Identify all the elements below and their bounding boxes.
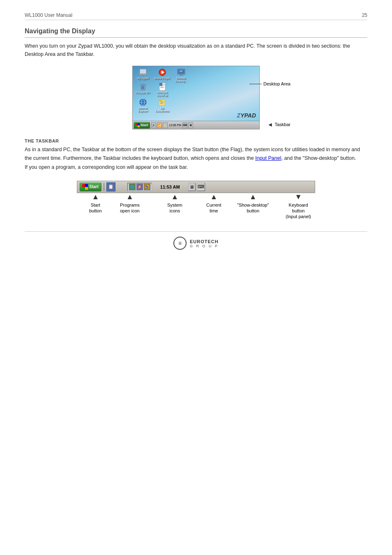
taskbar-label: Taskbar: [274, 122, 291, 127]
keyboard-button-arrow: ▼: [295, 193, 302, 200]
svg-rect-33: [160, 103, 164, 103]
input-panel-link[interactable]: Input Panel: [255, 155, 281, 161]
programs-open-label: Programsopen icon: [120, 202, 140, 214]
intro-text: When you turn on your Zypad WL1000, you …: [25, 42, 367, 58]
taskbar-detail-bar: Start 📋 🌐 ⚡ 🔊: [77, 181, 315, 193]
current-time-display: 11:53 AM: [159, 184, 182, 189]
keyboard-button-label: Keyboardbutton(Input panel): [286, 202, 311, 220]
keyboard-button[interactable]: ⌨: [197, 183, 205, 191]
desktop-area-label: Desktop Area: [263, 81, 291, 86]
svg-rect-16: [140, 85, 146, 85]
annotation-current-time: ▲ Currenttime: [206, 193, 221, 214]
sys-icon-network: 🌐: [129, 184, 136, 190]
current-time-arrow: ▲: [210, 193, 217, 200]
myzypad-label: My Zypad: [137, 77, 149, 80]
svg-rect-32: [160, 101, 164, 102]
svg-rect-37: [136, 125, 138, 127]
svg-rect-2: [142, 75, 144, 76]
svg-rect-40: [85, 184, 88, 187]
mediaplayer-label: Media Player: [154, 77, 170, 80]
annotations-container: ▲ Startbutton ▲ Programsopen icon ▲ Syst…: [77, 193, 315, 234]
current-time-label: Currenttime: [206, 202, 221, 214]
tray-icon-5: 🖥: [188, 122, 193, 128]
desktop-taskbar: Start 🔊 📶 ⚡ 12:96 PM ⌨ 🖥: [133, 121, 259, 129]
company-sub: G R O U P: [190, 244, 219, 248]
svg-rect-1: [140, 74, 146, 75]
tray-icon-4: ⌨: [182, 122, 187, 128]
svg-rect-36: [138, 123, 140, 125]
section-title: Navigating the Display: [25, 28, 367, 38]
system-icons-label: Systemicons: [167, 202, 182, 214]
tray-icon-1: 🔊: [151, 122, 156, 128]
manual-title: WL1000 User Manual: [25, 12, 72, 18]
logo-symbol: ≡: [178, 240, 182, 246]
sys-icon-sound: 🔊: [144, 184, 150, 190]
taskbar-annotation: ◄ Taskbar: [267, 121, 291, 128]
tray-icon-2: 📶: [157, 122, 162, 128]
desktop-icon-mediaplayer: Media Player: [154, 68, 171, 80]
start-button-label: Startbutton: [89, 202, 102, 214]
svg-rect-22: [160, 88, 164, 88]
svg-rect-14: [142, 86, 143, 89]
desktop-icon-mydocuments: My Documents: [154, 98, 171, 113]
svg-rect-42: [85, 187, 88, 190]
page-footer: ≡ EUROTECH G R O U P: [25, 231, 367, 251]
ie-label: Internet Explorer: [135, 107, 151, 113]
desktop-icon-wordpad: Microsoft WordPad: [154, 83, 171, 97]
start-label-small: Start: [141, 123, 148, 127]
svg-rect-10: [179, 75, 183, 76]
remotedesktop-label: Remote Desktop...: [173, 77, 189, 83]
mydocuments-label: My Documents: [154, 107, 171, 113]
taskbar-subsection-title: THE TASKBAR: [25, 138, 367, 143]
tb-separator: [104, 183, 104, 191]
taskbar-diagram-section: Start 📋 🌐 ⚡ 🔊: [25, 181, 367, 234]
taskbar-section: THE TASKBAR As in a standard PC, the Tas…: [25, 138, 367, 172]
system-icons-arrow: ▲: [171, 193, 178, 200]
svg-rect-41: [82, 187, 85, 190]
annotation-system-icons: ▲ Systemicons: [167, 193, 182, 214]
show-desktop-button[interactable]: 🖥: [188, 183, 196, 191]
taskbar-sys-area: 🔊 📶 ⚡: [151, 122, 168, 128]
annotation-show-desktop: ▲ "Show-desktop"button: [237, 193, 269, 214]
logo-circle: ≡: [173, 237, 187, 250]
desktop-icon-myzypad: My Zypad: [135, 68, 151, 80]
svg-rect-21: [160, 87, 164, 87]
sys-icon-battery: ⚡: [136, 184, 143, 190]
annotation-start-button: ▲ Startbutton: [89, 193, 102, 214]
annotation-keyboard-button: ▼ Keyboardbutton(Input panel): [286, 193, 311, 220]
desktop-icon-recyclebin: Recycle Bin: [135, 83, 151, 94]
eurotech-logo: ≡ EUROTECH G R O U P: [173, 237, 219, 251]
desktop-icon-ie: Internet Explorer: [135, 98, 151, 113]
taskbar-start-button[interactable]: Start: [79, 182, 101, 191]
tray-icon-3: ⚡: [163, 122, 168, 128]
company-name: EUROTECH: [190, 239, 219, 244]
desktop-screenshot: My Zypad Media Player: [132, 66, 260, 129]
desktop-diagram: My Zypad Media Player: [25, 66, 367, 129]
svg-rect-9: [180, 74, 182, 75]
desktop-start-button[interactable]: Start: [134, 122, 150, 129]
svg-rect-34: [160, 104, 163, 104]
svg-rect-12: [180, 71, 182, 72]
svg-rect-39: [82, 184, 85, 187]
programs-open-arrow: ▲: [126, 193, 134, 200]
show-desktop-label: "Show-desktop"button: [237, 202, 269, 214]
recyclebin-label: Recycle Bin: [136, 91, 150, 94]
wordpad-label: Microsoft WordPad: [154, 91, 171, 97]
tb-start-label: Start: [89, 184, 99, 189]
show-desktop-arrow: ▲: [249, 193, 257, 200]
svg-rect-15: [143, 86, 144, 89]
page-header: WL1000 User Manual 25: [25, 12, 367, 20]
desktop-area-annotation: Desktop Area: [249, 81, 291, 86]
page-number: 25: [362, 12, 367, 18]
taskbar-description: As in a standard PC, the Taskbar at the …: [25, 145, 367, 172]
svg-rect-35: [136, 123, 138, 125]
taskbar-time-small: 12:96 PM: [168, 124, 182, 127]
svg-rect-0: [140, 69, 146, 74]
svg-rect-11: [180, 71, 183, 71]
desktop-icon-remotedesktop: Remote Desktop...: [173, 68, 189, 83]
taskbar-right-icons: ⌨ 🖥: [182, 122, 193, 128]
zypad-logo: ZYPAD: [237, 112, 256, 119]
system-icons-area: 🌐 ⚡ 🔊: [127, 183, 152, 191]
svg-rect-31: [159, 100, 161, 101]
svg-rect-38: [138, 125, 140, 127]
